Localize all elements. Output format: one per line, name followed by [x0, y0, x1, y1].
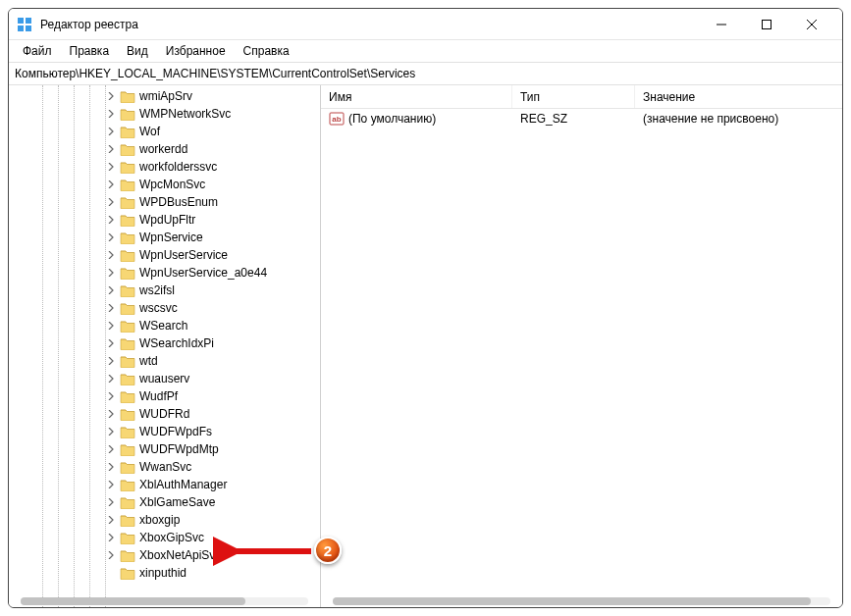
col-type[interactable]: Тип: [512, 85, 635, 108]
window-title: Редактор реестра: [40, 18, 138, 31]
chevron-right-icon[interactable]: [105, 90, 117, 102]
tree-pane[interactable]: wmiApSrvWMPNetworkSvcWofworkerddworkfold…: [9, 85, 321, 607]
chevron-right-icon[interactable]: [105, 514, 117, 526]
folder-icon: [120, 142, 135, 156]
chevron-right-icon[interactable]: [105, 532, 117, 543]
folder-icon: [120, 531, 135, 544]
folder-icon: [120, 478, 135, 491]
chevron-right-icon[interactable]: [105, 179, 117, 190]
chevron-right-icon[interactable]: [105, 284, 117, 296]
tree-item-wwansvc[interactable]: WwanSvc: [9, 458, 320, 476]
tree-item-xinputhid[interactable]: xinputhid: [9, 564, 320, 582]
tree-item-wpnservice[interactable]: WpnService: [9, 229, 320, 246]
tree-item-wpdupfltr[interactable]: WpdUpFltr: [9, 211, 320, 229]
tree-item-wudfwpdmtp[interactable]: WUDFWpdMtp: [9, 440, 320, 458]
chevron-right-icon[interactable]: [105, 408, 117, 420]
tree-item-wsearchidxpi[interactable]: WSearchIdxPi: [9, 334, 320, 352]
chevron-right-icon[interactable]: [105, 302, 117, 314]
tree-item-xboxgipsvc[interactable]: XboxGipSvc: [9, 529, 320, 546]
tree-item-label: WPDBusEnum: [139, 195, 218, 209]
tree-item-label: WpnUserService: [139, 248, 228, 262]
folder-icon: [120, 89, 135, 103]
col-value[interactable]: Значение: [635, 85, 842, 108]
folder-icon: [120, 336, 135, 350]
chevron-right-icon[interactable]: [105, 355, 117, 367]
tree-item-wtd[interactable]: wtd: [9, 352, 320, 370]
folder-icon: [120, 160, 135, 174]
tree-item-label: XboxNetApiSvc: [139, 548, 221, 562]
tree-item-label: WudfPf: [139, 389, 178, 403]
tree-item-wscsvc[interactable]: wscsvc: [9, 299, 320, 317]
chevron-right-icon[interactable]: [105, 231, 117, 243]
tree-item-workerdd[interactable]: workerdd: [9, 140, 320, 158]
chevron-right-icon[interactable]: [105, 108, 117, 120]
tree-item-wpdbusenum[interactable]: WPDBusEnum: [9, 193, 320, 211]
minimize-button[interactable]: [699, 9, 744, 40]
tree-item-wpnuserservice[interactable]: WpnUserService: [9, 246, 320, 264]
tree-item-wpcmonsvc[interactable]: WpcMonSvc: [9, 176, 320, 193]
tree-item-wuauserv[interactable]: wuauserv: [9, 370, 320, 387]
folder-icon: [120, 248, 135, 262]
string-value-icon: ab: [329, 111, 345, 127]
tree-item-wudfrd[interactable]: WUDFRd: [9, 405, 320, 423]
menu-help[interactable]: Справка: [236, 42, 297, 60]
list-hscroll[interactable]: [333, 597, 830, 605]
menu-file[interactable]: Файл: [15, 42, 60, 60]
chevron-right-icon[interactable]: [105, 479, 117, 490]
tree-item-ws2ifsl[interactable]: ws2ifsl: [9, 282, 320, 299]
tree-item-wudfpf[interactable]: WudfPf: [9, 387, 320, 405]
folder-icon: [120, 566, 135, 580]
tree-item-wof[interactable]: Wof: [9, 123, 320, 140]
tree-item-wmiapsrv[interactable]: wmiApSrv: [9, 87, 320, 105]
col-name[interactable]: Имя: [321, 85, 512, 108]
menu-edit[interactable]: Правка: [62, 42, 118, 60]
chevron-right-icon[interactable]: [105, 249, 117, 261]
chevron-right-icon[interactable]: [105, 390, 117, 402]
tree-item-wsearch[interactable]: WSearch: [9, 317, 320, 334]
tree-item-label: wtd: [139, 354, 158, 368]
chevron-right-icon[interactable]: [105, 320, 117, 332]
chevron-right-icon[interactable]: [105, 373, 117, 385]
chevron-right-icon[interactable]: [105, 214, 117, 226]
chevron-right-icon[interactable]: [105, 337, 117, 349]
chevron-right-icon[interactable]: [105, 267, 117, 279]
chevron-right-icon[interactable]: [105, 143, 117, 155]
tree-item-label: WUDFWpdFs: [139, 425, 212, 438]
tree-item-wpnuserservice_a0e44[interactable]: WpnUserService_a0e44: [9, 264, 320, 282]
menu-favorites[interactable]: Избранное: [158, 42, 234, 60]
tree-item-wmpnetworksvc[interactable]: WMPNetworkSvc: [9, 105, 320, 123]
tree-item-wudfwpdfs[interactable]: WUDFWpdFs: [9, 423, 320, 440]
folder-icon: [120, 548, 135, 562]
menu-view[interactable]: Вид: [119, 42, 156, 60]
tree-item-xboxgip[interactable]: xboxgip: [9, 511, 320, 529]
tree-item-xboxnetapisvc[interactable]: XboxNetApiSvc: [9, 546, 320, 564]
close-button[interactable]: [789, 9, 834, 40]
folder-icon: [120, 195, 135, 209]
tree-item-label: wscsvc: [139, 301, 178, 315]
content-area: wmiApSrvWMPNetworkSvcWofworkerddworkfold…: [9, 85, 842, 607]
tree-item-workfolderssvc[interactable]: workfolderssvc: [9, 158, 320, 176]
svg-rect-3: [26, 26, 31, 31]
chevron-right-icon[interactable]: [105, 549, 117, 561]
svg-text:ab: ab: [332, 115, 341, 124]
tree-hscroll[interactable]: [21, 597, 308, 605]
folder-icon: [120, 231, 135, 244]
tree-item-xblgamesave[interactable]: XblGameSave: [9, 493, 320, 511]
tree-item-label: WpcMonSvc: [139, 178, 205, 191]
chevron-right-icon[interactable]: [105, 126, 117, 137]
chevron-right-icon[interactable]: [105, 426, 117, 437]
folder-icon: [120, 283, 135, 297]
list-row[interactable]: ab(По умолчанию)REG_SZ(значение не присв…: [321, 109, 842, 128]
chevron-right-icon[interactable]: [105, 443, 117, 455]
tree-item-label: XblGameSave: [139, 495, 215, 509]
chevron-right-icon[interactable]: [105, 161, 117, 173]
chevron-right-icon: [105, 567, 117, 579]
tree-item-xblauthmanager[interactable]: XblAuthManager: [9, 476, 320, 493]
list-pane[interactable]: Имя Тип Значение ab(По умолчанию)REG_SZ(…: [321, 85, 842, 607]
chevron-right-icon[interactable]: [105, 496, 117, 508]
chevron-right-icon[interactable]: [105, 461, 117, 473]
folder-icon: [120, 495, 135, 509]
maximize-button[interactable]: [744, 9, 789, 40]
address-bar[interactable]: Компьютер\HKEY_LOCAL_MACHINE\SYSTEM\Curr…: [9, 62, 842, 85]
chevron-right-icon[interactable]: [105, 196, 117, 208]
